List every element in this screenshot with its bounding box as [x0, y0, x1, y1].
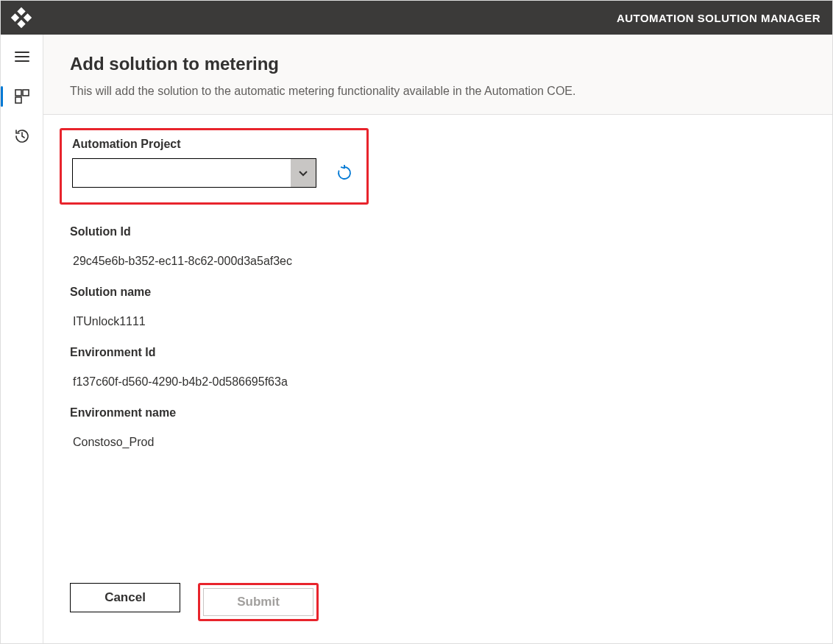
- automation-project-row: [72, 158, 356, 188]
- svg-rect-0: [17, 7, 25, 15]
- topbar: AUTOMATION SOLUTION MANAGER: [1, 1, 832, 35]
- menu-toggle-button[interactable]: [6, 42, 38, 71]
- sidebar: [1, 35, 43, 643]
- sidebar-item-dashboard[interactable]: [6, 82, 38, 111]
- page-body: Automation Project: [43, 115, 832, 643]
- body: Add solution to metering This will add t…: [1, 35, 832, 643]
- automation-project-caret[interactable]: [291, 159, 316, 187]
- history-icon: [14, 128, 30, 144]
- environment-name-value: Constoso_Prod: [73, 436, 806, 449]
- info-grid: Solution Id 29c45e6b-b352-ec11-8c62-000d…: [70, 215, 806, 449]
- sidebar-item-history[interactable]: [6, 121, 38, 151]
- submit-button[interactable]: Submit: [203, 588, 313, 616]
- page-description: This will add the solution to the automa…: [70, 85, 806, 98]
- submit-highlight: Submit: [198, 583, 319, 621]
- svg-rect-7: [15, 90, 21, 96]
- hamburger-icon: [14, 49, 30, 65]
- cancel-button[interactable]: Cancel: [70, 583, 180, 612]
- svg-rect-9: [15, 97, 21, 103]
- solution-name-value: ITUnlock1111: [73, 315, 806, 328]
- environment-id-value: f137c60f-d560-4290-b4b2-0d586695f63a: [73, 375, 806, 389]
- solution-id-value: 29c45e6b-b352-ec11-8c62-000d3a5af3ec: [73, 255, 806, 268]
- svg-rect-2: [11, 13, 19, 21]
- actions-row: Cancel Submit: [70, 553, 806, 621]
- refresh-icon: [336, 165, 352, 181]
- page-header: Add solution to metering This will add t…: [43, 35, 832, 115]
- app-title: AUTOMATION SOLUTION MANAGER: [617, 12, 820, 24]
- solution-id-label: Solution Id: [70, 225, 806, 238]
- main: Add solution to metering This will add t…: [43, 35, 832, 643]
- automation-project-highlight: Automation Project: [60, 128, 369, 205]
- refresh-button[interactable]: [334, 163, 355, 183]
- svg-rect-8: [23, 90, 29, 96]
- automation-project-combobox[interactable]: [72, 158, 316, 188]
- environment-name-label: Environment name: [70, 406, 806, 420]
- app-window: AUTOMATION SOLUTION MANAGER Add: [0, 0, 833, 644]
- automation-project-label: Automation Project: [72, 138, 356, 151]
- automation-project-input[interactable]: [73, 159, 291, 187]
- grid-icon: [14, 88, 30, 105]
- svg-rect-1: [24, 13, 32, 21]
- chevron-down-icon: [297, 167, 309, 179]
- page-title: Add solution to metering: [70, 54, 806, 74]
- environment-id-label: Environment Id: [70, 346, 806, 359]
- app-logo-icon: [8, 4, 35, 31]
- svg-rect-3: [17, 20, 25, 28]
- solution-name-label: Solution name: [70, 286, 806, 299]
